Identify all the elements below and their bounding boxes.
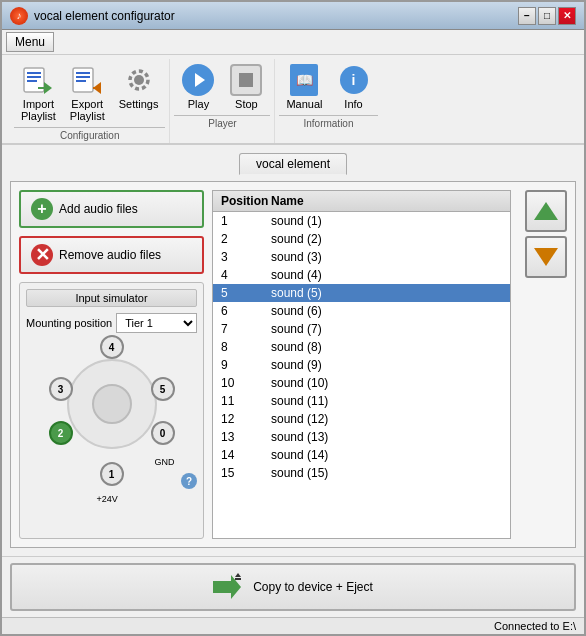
simulator-title: Input simulator	[26, 289, 197, 307]
table-row[interactable]: 10 sound (10)	[213, 374, 510, 392]
close-button[interactable]: ✕	[558, 7, 576, 25]
table-row[interactable]: 6 sound (6)	[213, 302, 510, 320]
information-label: Information	[279, 115, 377, 131]
stop-icon	[230, 64, 262, 96]
mounting-position-select[interactable]: Tier 1	[116, 313, 197, 333]
cell-name: sound (9)	[263, 358, 510, 372]
table-row[interactable]: 11 sound (11)	[213, 392, 510, 410]
cell-name: sound (7)	[263, 322, 510, 336]
table-row[interactable]: 4 sound (4)	[213, 266, 510, 284]
cell-name: sound (6)	[263, 304, 510, 318]
cell-name: sound (2)	[263, 232, 510, 246]
cell-name: sound (4)	[263, 268, 510, 282]
pin-circle-outer	[67, 359, 157, 449]
svg-rect-9	[76, 80, 86, 82]
table-row[interactable]: 9 sound (9)	[213, 356, 510, 374]
help-icon[interactable]: ?	[181, 473, 197, 489]
table-row[interactable]: 5 sound (5)	[213, 284, 510, 302]
cell-name: sound (11)	[263, 394, 510, 408]
pin-1[interactable]: 1	[100, 462, 124, 486]
information-buttons: 📖 Manual i Info	[279, 59, 377, 115]
minimize-button[interactable]: −	[518, 7, 536, 25]
status-bar: Connected to E:\	[2, 617, 584, 634]
svg-rect-11	[93, 87, 99, 89]
table-row[interactable]: 15 sound (15)	[213, 464, 510, 482]
info-button[interactable]: i Info	[330, 59, 378, 115]
cell-position: 9	[213, 358, 263, 372]
cell-name: sound (1)	[263, 214, 510, 228]
add-icon: +	[31, 198, 53, 220]
export-playlist-label: ExportPlaylist	[70, 98, 105, 122]
file-table: Position Name 1 sound (1) 2 sound (2) 3 …	[212, 190, 511, 539]
col-name-header: Name	[263, 194, 510, 208]
remove-audio-label: Remove audio files	[59, 248, 161, 262]
pin-5[interactable]: 5	[151, 377, 175, 401]
svg-rect-2	[27, 76, 41, 78]
nav-buttons	[519, 190, 567, 539]
toolbar-section-information: 📖 Manual i Info Information	[275, 59, 381, 143]
move-down-button[interactable]	[525, 236, 567, 278]
cell-name: sound (8)	[263, 340, 510, 354]
configuration-label: Configuration	[14, 127, 165, 143]
import-playlist-label: ImportPlaylist	[21, 98, 56, 122]
pin-4[interactable]: 4	[100, 335, 124, 359]
bottom-bar: Copy to device + Eject	[2, 556, 584, 617]
player-label: Player	[174, 115, 270, 131]
cell-position: 11	[213, 394, 263, 408]
pin-0[interactable]: 0	[151, 421, 175, 445]
plus24v-label: +24V	[97, 494, 118, 504]
svg-point-12	[134, 75, 144, 85]
table-row[interactable]: 8 sound (8)	[213, 338, 510, 356]
menu-button[interactable]: Menu	[6, 32, 54, 52]
cell-position: 14	[213, 448, 263, 462]
svg-rect-16	[235, 578, 241, 580]
title-bar-left: ♪ vocal element configurator	[10, 7, 175, 25]
add-audio-files-button[interactable]: + Add audio files	[19, 190, 204, 228]
play-button[interactable]: Play	[174, 59, 222, 115]
settings-button[interactable]: Settings	[112, 59, 166, 127]
app-icon: ♪	[10, 7, 28, 25]
tab-bar: vocal element	[10, 153, 576, 175]
pin-3[interactable]: 3	[49, 377, 73, 401]
copy-to-device-button[interactable]: Copy to device + Eject	[10, 563, 576, 611]
col-position-header: Position	[213, 194, 263, 208]
table-rows: 1 sound (1) 2 sound (2) 3 sound (3) 4 so…	[213, 212, 510, 482]
settings-label: Settings	[119, 98, 159, 110]
export-playlist-button[interactable]: ExportPlaylist	[63, 59, 112, 127]
right-panel: Position Name 1 sound (1) 2 sound (2) 3 …	[212, 190, 511, 539]
table-row[interactable]: 13 sound (13)	[213, 428, 510, 446]
table-header: Position Name	[213, 191, 510, 212]
import-playlist-button[interactable]: ImportPlaylist	[14, 59, 63, 127]
cell-position: 13	[213, 430, 263, 444]
pin-diagram: 4 3 5 2 0 1 GND +24V	[47, 339, 177, 469]
copy-eject-icon	[213, 573, 245, 601]
cell-position: 8	[213, 340, 263, 354]
table-row[interactable]: 12 sound (12)	[213, 410, 510, 428]
cell-name: sound (10)	[263, 376, 510, 390]
toolbar-section-player: Play Stop Player	[170, 59, 275, 143]
manual-button[interactable]: 📖 Manual	[279, 59, 329, 115]
table-row[interactable]: 14 sound (14)	[213, 446, 510, 464]
pin-2[interactable]: 2	[49, 421, 73, 445]
remove-audio-files-button[interactable]: ✕ Remove audio files	[19, 236, 204, 274]
stop-label: Stop	[235, 98, 258, 110]
cell-name: sound (14)	[263, 448, 510, 462]
table-row[interactable]: 7 sound (7)	[213, 320, 510, 338]
cell-position: 4	[213, 268, 263, 282]
mount-label: Mounting position	[26, 317, 112, 329]
remove-icon: ✕	[31, 244, 53, 266]
toolbar-section-configuration: ImportPlaylist ExportPlaylist	[10, 59, 170, 143]
stop-button[interactable]: Stop	[222, 59, 270, 115]
play-icon	[182, 64, 214, 96]
cell-position: 10	[213, 376, 263, 390]
table-row[interactable]: 2 sound (2)	[213, 230, 510, 248]
table-row[interactable]: 3 sound (3)	[213, 248, 510, 266]
svg-rect-1	[27, 72, 41, 74]
mounting-position-row: Mounting position Tier 1	[26, 313, 197, 333]
vocal-element-tab[interactable]: vocal element	[239, 153, 347, 175]
move-up-button[interactable]	[525, 190, 567, 232]
cell-name: sound (5)	[263, 286, 510, 300]
maximize-button[interactable]: □	[538, 7, 556, 25]
table-row[interactable]: 1 sound (1)	[213, 212, 510, 230]
main-panel: + Add audio files ✕ Remove audio files I…	[10, 181, 576, 548]
